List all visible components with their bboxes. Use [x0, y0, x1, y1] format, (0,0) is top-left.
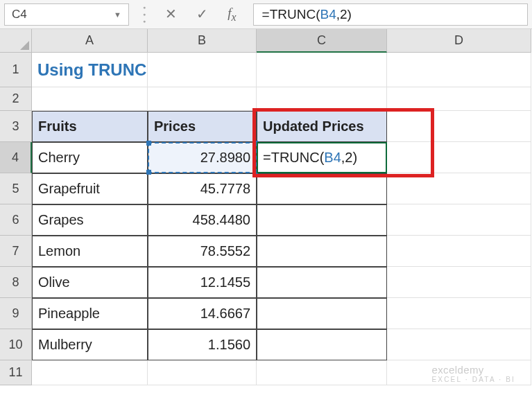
cell-d3[interactable]	[387, 111, 531, 142]
grid-body: 1 2 3 4 5 6 7 8 9 10 11 Using TRUNC Func…	[0, 53, 532, 385]
cell-a4[interactable]: Cherry	[32, 142, 148, 173]
cell-b5[interactable]: 45.7778	[148, 173, 257, 204]
cell-a9[interactable]: Pineapple	[32, 298, 148, 329]
select-all-corner[interactable]	[0, 29, 32, 53]
cancel-icon[interactable]: ✕	[165, 6, 177, 22]
cell-d6[interactable]	[387, 204, 531, 236]
watermark-sub: EXCEL · DATA · BI	[431, 376, 515, 383]
cell-c7[interactable]	[257, 236, 387, 267]
cell-c2[interactable]	[257, 87, 387, 111]
cell-b6[interactable]: 458.4480	[148, 204, 257, 236]
fx-icon[interactable]: fx	[228, 6, 236, 24]
row-header-1[interactable]: 1	[0, 53, 32, 87]
cell-c9[interactable]	[257, 298, 387, 329]
cell-a2[interactable]	[32, 87, 148, 111]
confirm-icon[interactable]: ✓	[196, 6, 208, 22]
cell-a5[interactable]: Grapefruit	[32, 173, 148, 204]
row-header-6[interactable]: 6	[0, 204, 32, 236]
name-box-value: C4	[12, 8, 27, 21]
row-header-9[interactable]: 9	[0, 298, 32, 329]
cell-d1[interactable]	[387, 53, 531, 87]
row-header-8[interactable]: 8	[0, 267, 32, 298]
col-header-d[interactable]: D	[387, 29, 531, 53]
cell-c8[interactable]	[257, 267, 387, 298]
cell-c11[interactable]	[257, 360, 387, 385]
cell-a8[interactable]: Olive	[32, 267, 148, 298]
cell-d10[interactable]	[387, 329, 531, 360]
cell-d4[interactable]	[387, 142, 531, 173]
col-header-b[interactable]: B	[148, 29, 257, 53]
row-header-10[interactable]: 10	[0, 329, 32, 360]
header-corner-row: A B C D	[0, 29, 532, 53]
row-header-7[interactable]: 7	[0, 236, 32, 267]
cell-a10[interactable]: Mulberry	[32, 329, 148, 360]
watermark: exceldemy EXCEL · DATA · BI	[431, 364, 515, 383]
col-header-c[interactable]: C	[257, 29, 387, 53]
cell-c4[interactable]: =TRUNC(B4,2)	[257, 142, 387, 173]
formula-text-prefix: =TRUNC(	[262, 7, 320, 22]
cell-c3[interactable]: Updated Prices	[257, 111, 387, 142]
cell-c10[interactable]	[257, 329, 387, 360]
watermark-main: exceldemy	[431, 364, 483, 376]
row-header-5[interactable]: 5	[0, 173, 32, 204]
name-box[interactable]: C4 ▼	[4, 3, 129, 26]
cell-b9[interactable]: 14.6667	[148, 298, 257, 329]
row-headers: 1 2 3 4 5 6 7 8 9 10 11	[0, 53, 32, 385]
cell-c4-prefix: =TRUNC(	[263, 150, 324, 166]
cell-d2[interactable]	[387, 87, 531, 111]
row-header-11[interactable]: 11	[0, 360, 32, 385]
row-header-3[interactable]: 3	[0, 111, 32, 142]
cells-area: Using TRUNC Function Fruits Prices Updat…	[32, 53, 531, 385]
cell-c4-ref: B4	[324, 150, 341, 166]
cell-a1[interactable]: Using TRUNC Function	[32, 53, 148, 87]
cell-b4[interactable]: 27.8980	[148, 142, 257, 173]
row-header-2[interactable]: 2	[0, 87, 32, 111]
formula-text-ref: B4	[320, 7, 336, 22]
cell-d8[interactable]	[387, 267, 531, 298]
cell-a7[interactable]: Lemon	[32, 236, 148, 267]
cell-b11[interactable]	[148, 360, 257, 385]
cell-b1[interactable]	[148, 53, 257, 87]
cell-c5[interactable]	[257, 173, 387, 204]
cell-b7[interactable]: 78.5552	[148, 236, 257, 267]
cell-b8[interactable]: 12.1455	[148, 267, 257, 298]
cell-d7[interactable]	[387, 236, 531, 267]
cell-a6[interactable]: Grapes	[32, 204, 148, 236]
formula-input[interactable]: =TRUNC(B4,2)	[253, 3, 528, 26]
cell-c1[interactable]	[257, 53, 387, 87]
formula-bar-buttons: ✕ ✓ fx	[155, 6, 246, 24]
cell-b10[interactable]: 1.1560	[148, 329, 257, 360]
cell-c4-suffix: ,2)	[341, 150, 357, 166]
column-headers: A B C D	[32, 29, 531, 53]
cell-d5[interactable]	[387, 173, 531, 204]
col-header-a[interactable]: A	[32, 29, 148, 53]
cell-d9[interactable]	[387, 298, 531, 329]
cell-a11[interactable]	[32, 360, 148, 385]
cell-b2[interactable]	[148, 87, 257, 111]
cell-c6[interactable]	[257, 204, 387, 236]
chevron-down-icon[interactable]: ▼	[114, 10, 121, 19]
cell-a3[interactable]: Fruits	[32, 111, 148, 142]
divider-dots-icon: ●●●	[133, 5, 155, 24]
formula-text-suffix: ,2)	[336, 7, 352, 22]
formula-bar: C4 ▼ ●●● ✕ ✓ fx =TRUNC(B4,2)	[0, 0, 532, 29]
cell-b3[interactable]: Prices	[148, 111, 257, 142]
row-header-4[interactable]: 4	[0, 142, 32, 173]
